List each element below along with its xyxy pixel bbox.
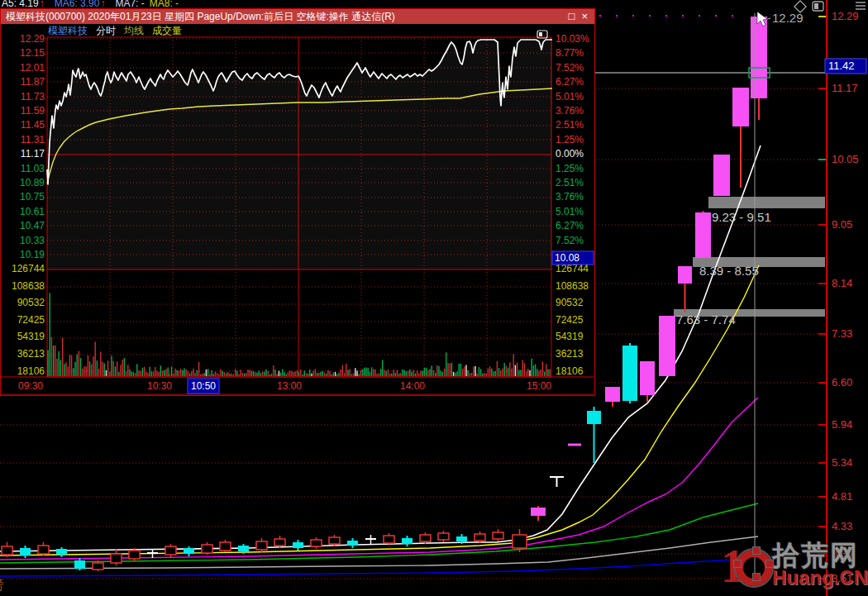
candle-limit-up — [695, 212, 711, 258]
chip-bar — [708, 197, 825, 208]
candle-down — [456, 536, 467, 541]
candle-up — [2, 546, 12, 555]
main-price-label: 6.60 — [832, 376, 852, 389]
candle-up — [38, 546, 49, 554]
candle-limit-up — [659, 316, 675, 376]
main-price-label: 8.14 — [832, 277, 852, 289]
main-price-label: 5.94 — [832, 418, 852, 431]
candle-up — [475, 534, 485, 541]
candle-up — [165, 546, 176, 555]
candle-down — [238, 546, 249, 551]
tab-分时[interactable]: 分时 — [96, 25, 116, 36]
ma-grey — [0, 536, 758, 569]
candle-limit-up — [640, 361, 655, 395]
candle-limit-up — [605, 387, 620, 402]
candle-down — [56, 549, 67, 555]
candle-down — [622, 346, 637, 401]
candle-up — [513, 535, 527, 548]
mouse-cursor-icon — [757, 12, 767, 26]
window-title: 模塑科技(000700) 2020年01月23日 星期四 PageUp/Down… — [6, 9, 569, 24]
candle-up — [329, 537, 340, 544]
candle-down — [184, 548, 194, 554]
candle-up — [111, 554, 122, 563]
main-price-label: 11.17 — [832, 82, 858, 94]
chip-bar — [674, 309, 825, 317]
candle-down — [587, 411, 601, 424]
candle-down — [20, 548, 31, 555]
diamond-icon[interactable] — [794, 1, 806, 12]
main-price-label: 7.33 — [832, 327, 852, 340]
ma-green — [0, 503, 758, 563]
candle-up — [220, 542, 231, 551]
main-price-label: 9.05 — [832, 218, 852, 231]
main-price-label: 12.29 — [832, 10, 859, 22]
main-price-label: 4.33 — [832, 520, 852, 532]
candle-up — [256, 541, 267, 550]
candle-limit-up — [732, 88, 749, 126]
candle-down — [293, 542, 303, 548]
tab-成交量[interactable]: 成交量 — [152, 25, 182, 36]
ma-magenta — [0, 398, 758, 560]
chip-range-label: 8.39 - 8.55 — [699, 264, 759, 278]
ma-blue — [0, 559, 748, 576]
candle-limit-up — [531, 508, 546, 516]
indicator-bar: A5: 4.19↑MA6: 3.90↑MA7: -MA8: - — [2, 0, 184, 8]
candle-up — [93, 563, 103, 570]
chip-bar — [693, 257, 825, 267]
main-price-label: 10.05 — [832, 153, 859, 165]
candle-limit-up — [678, 266, 692, 284]
chart-tabs: 模塑科技分时均线成交量 — [1, 24, 594, 38]
last-price-box — [825, 59, 866, 74]
main-price-label: 5.34 — [832, 456, 852, 469]
candle-down — [347, 541, 358, 546]
hover-price-label: 12.29 — [772, 11, 804, 25]
candle-up — [384, 536, 394, 543]
candle-limit-up — [751, 17, 767, 98]
intraday-popup-window[interactable]: 模塑科技(000700) 2020年01月23日 星期四 PageUp/Down… — [0, 8, 595, 396]
candle-up — [311, 540, 322, 546]
menu-icon[interactable] — [856, 2, 866, 9]
candle-limit-up — [713, 155, 730, 196]
candle-up — [420, 535, 431, 541]
main-price-label: 4.81 — [832, 490, 852, 503]
split-box-icon[interactable] — [813, 2, 823, 11]
watermark-domain: Huang.CN — [772, 568, 868, 588]
candle-up — [202, 545, 212, 553]
watermark-site: 拾荒网 — [772, 543, 868, 568]
chip-range-label: 9.23 - 9.51 — [712, 210, 771, 224]
app-root: 12.2911.1710.059.058.147.336.605.945.344… — [0, 0, 868, 596]
watermark-corner-glyph: 榜 — [0, 577, 3, 594]
tab-均线[interactable]: 均线 — [124, 25, 144, 36]
candle-up — [438, 533, 449, 540]
watermark: 1 拾荒网 Huang.CN — [721, 543, 868, 594]
candle-down — [402, 538, 413, 544]
tab-stock-name[interactable]: 模塑科技 — [48, 25, 88, 36]
maximize-button[interactable]: □ — [569, 9, 575, 24]
gear-icon — [736, 550, 772, 586]
candle-up — [493, 532, 503, 539]
window-titlebar[interactable]: 模塑科技(000700) 2020年01月23日 星期四 PageUp/Down… — [1, 9, 594, 24]
candle-down — [74, 560, 85, 569]
candle-up — [129, 551, 140, 559]
last-price-value: 11.42 — [828, 60, 855, 72]
close-button[interactable]: × — [581, 9, 588, 24]
candle-up — [274, 539, 285, 546]
watermark-logo-icon: 1 — [721, 543, 770, 594]
chip-range-label: 7.63 - 7.74 — [676, 312, 736, 327]
